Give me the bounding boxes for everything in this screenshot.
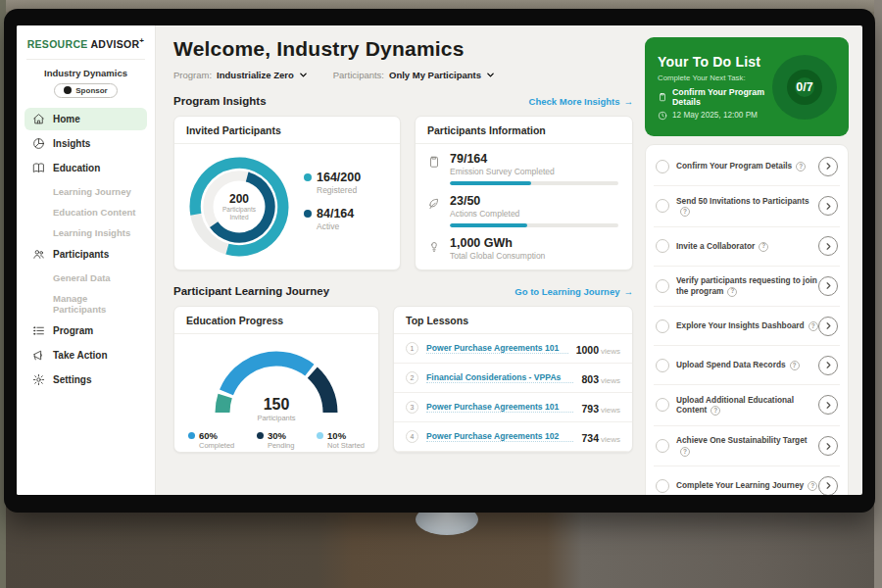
sidebar-item-home[interactable]: Home [24,108,147,130]
divider [26,59,145,60]
todo-task-row: Invite a Collaborator? [654,227,840,267]
help-icon[interactable]: ? [808,481,817,491]
sidebar-item-take-action[interactable]: Take Action [24,344,147,367]
task-checkbox[interactable] [656,199,669,213]
rank-badge: 1 [406,342,418,355]
todo-progress-ring: 0/7 [772,55,837,120]
card-title: Education Progress [174,307,378,334]
sidebar-item-learning-journey[interactable]: Learning Journey [24,181,147,202]
chevron-right-icon [824,401,833,410]
task-checkbox[interactable] [656,279,669,293]
top-lessons-card: Top Lessons 1 Power Purchase Agreements … [393,306,633,453]
task-expand-button[interactable] [818,157,838,176]
task-expand-button[interactable] [818,276,838,296]
legend-active: 84/164 Active [304,207,361,231]
task-checkbox[interactable] [656,319,669,333]
lesson-link[interactable]: Power Purchase Agreements 101 [426,343,568,354]
arrow-right-icon: → [624,96,634,107]
invited-donut-chart: 200 Participants Invited [184,152,294,262]
task-checkbox[interactable] [656,439,669,453]
help-icon[interactable]: ? [680,447,690,457]
chevron-right-icon [824,162,833,171]
sidebar-nav: Home Insights Education Learning Journey… [17,106,155,395]
help-icon[interactable]: ? [796,162,806,172]
main-content: Welcome, Industry Dynamics Program: Indu… [156,25,645,495]
clock-icon [658,111,667,121]
sponsor-badge: Sponsor [54,83,117,98]
task-expand-button[interactable] [818,356,838,375]
help-icon[interactable]: ? [727,287,737,297]
page-title: Welcome, Industry Dynamics [173,37,633,61]
todo-task-row: Upload Additional Educational Content? [654,385,840,426]
help-icon[interactable]: ? [790,361,800,370]
task-expand-button[interactable] [818,196,838,216]
task-expand-button[interactable] [818,236,838,256]
lesson-link[interactable]: Power Purchase Agreements 101 [426,402,573,413]
help-icon[interactable]: ? [680,207,690,217]
take-action-icon [32,349,45,362]
help-icon[interactable]: ? [710,406,720,416]
go-to-learning-journey-link[interactable]: Go to Learning Journey → [514,286,633,297]
org-name: Industry Dynamics [17,68,155,78]
check-more-insights-link[interactable]: Check More Insights → [529,96,633,107]
legend-dot [317,432,323,439]
task-checkbox[interactable] [656,160,669,173]
task-expand-button[interactable] [818,476,838,495]
lesson-row: 4 Power Purchase Agreements 102 734views [394,422,632,452]
stat-actions-completed: 23/50 Actions Completed [427,194,618,227]
home-icon [32,113,45,125]
sidebar-item-education[interactable]: Education [24,157,147,179]
program-insights-header: Program Insights Check More Insights → [173,95,633,107]
task-expand-button[interactable] [818,436,838,456]
legend-dot [188,432,195,439]
chevron-right-icon [824,321,833,330]
insights-cards-row: Invited Participants 200 [173,116,633,270]
clipboard-icon [427,155,441,169]
chevron-right-icon [824,481,833,490]
lesson-link[interactable]: Financial Considerations - VPPAs [426,372,573,383]
task-checkbox[interactable] [656,239,669,253]
settings-icon [32,373,45,386]
dashboard-screen: RESOURCE ADVISOR+ Industry Dynamics Spon… [17,25,862,495]
task-checkbox[interactable] [656,359,669,372]
lesson-row: 1 Power Purchase Agreements 101 1000view… [394,334,632,364]
task-checkbox[interactable] [656,398,669,412]
education-progress-card: Education Progress 150 Participants [173,306,379,453]
task-checkbox[interactable] [656,479,669,493]
legend-not-started: 10% Not Started [317,430,365,450]
lesson-link[interactable]: Power Purchase Agreements 102 [426,431,573,442]
sidebar-item-program[interactable]: Program [24,319,147,342]
chevron-down-icon [486,71,495,79]
legend-pending: 30% Pending [257,430,295,450]
sidebar-item-manage-participants[interactable]: Manage Participants [24,288,147,319]
education-gauge-chart: 150 Participants [203,342,350,422]
app-logo: RESOURCE ADVISOR+ [17,36,155,50]
help-icon[interactable]: ? [808,321,818,331]
participants-select[interactable]: Participants: Only My Participants [333,70,495,80]
sidebar-item-learning-insights[interactable]: Learning Insights [24,222,147,243]
sponsor-icon [64,86,72,94]
legend-dot [304,173,312,181]
help-icon[interactable]: ? [759,242,768,252]
section-title: Participant Learning Journey [173,285,329,297]
sidebar-item-settings[interactable]: Settings [24,368,147,391]
sidebar-item-general-data[interactable]: General Data [24,268,147,288]
education-legend: 60% Completed 30% Pending 10% [174,422,378,450]
sidebar-item-education-content[interactable]: Education Content [24,202,147,222]
invited-participants-card: Invited Participants 200 [173,116,401,270]
todo-task-row: Explore Your Insights Dashboard? [654,307,840,346]
chevron-right-icon [824,202,833,211]
sidebar-item-participants[interactable]: Participants [24,243,147,266]
sidebar-item-insights[interactable]: Insights [24,132,147,155]
rank-badge: 3 [406,401,418,414]
lesson-row: 5 Power Purchase Agreements 103 600views [394,452,632,453]
sidebar: RESOURCE ADVISOR+ Industry Dynamics Spon… [17,25,156,495]
learning-cards-row: Education Progress 150 Participants [173,306,633,453]
task-expand-button[interactable] [818,317,838,336]
lesson-row: 3 Power Purchase Agreements 101 793views [394,393,632,422]
task-expand-button[interactable] [818,395,838,415]
program-select[interactable]: Program: Industrialize Zero [173,70,308,80]
legend-registered: 164/200 Registered [304,171,361,195]
photo-background-right [874,0,882,588]
education-icon [32,162,45,174]
